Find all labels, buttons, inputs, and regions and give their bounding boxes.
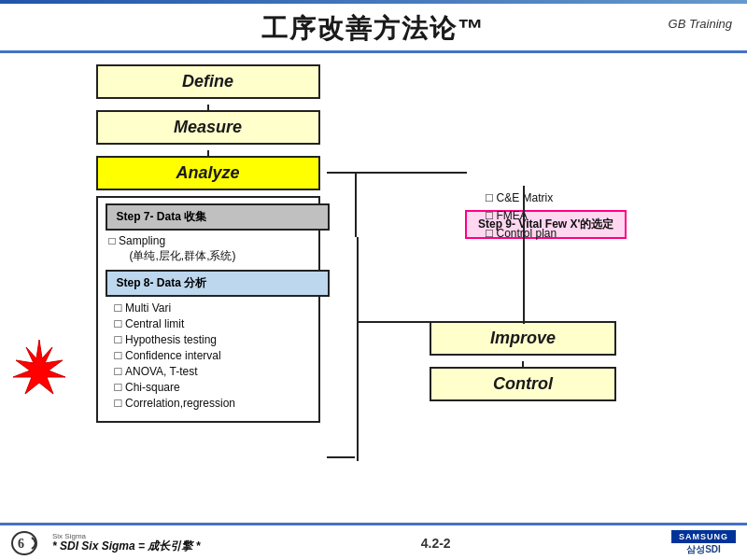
bullet-fmea: FMEA — [486, 208, 557, 222]
improve-wrapper: Improve Control — [430, 321, 616, 407]
bullet-anova: ANOVA, T-test — [115, 364, 311, 378]
bullet-confidence: Confidence interval — [115, 348, 311, 362]
training-label: GB Training — [669, 17, 732, 31]
right-section: Step 9- Vital Few X'的选定 C&E Matrix FMEA … — [355, 64, 719, 534]
steps-container: Step 7- Data 收集 □ Sampling (单纯,层化,群体,系统)… — [96, 196, 320, 423]
samsung-logo: SAMSUNG 삼성SDI — [671, 530, 736, 556]
main-content: Define Measure Analyze Step 7- Data 收集 — [0, 53, 747, 534]
samsung-text: 삼성SDI — [686, 543, 721, 556]
measure-box: Measure — [96, 110, 320, 145]
samsung-bar: SAMSUNG — [671, 530, 736, 543]
vital-to-improve-horiz — [357, 321, 523, 323]
vert-connector-right-top — [355, 172, 357, 237]
sampling-header: □ Sampling — [109, 234, 311, 247]
bullet-control-plan: Control plan — [486, 226, 557, 240]
vital-bullets-wrapper: C&E Matrix FMEA Control plan — [476, 190, 557, 249]
control-label: Control — [493, 374, 553, 393]
step7-label: Step 7- Data 收集 — [117, 210, 207, 223]
bullet-hypothesis: Hypothesis testing — [115, 332, 311, 346]
bullet-correlation: Correlation,regression — [115, 396, 311, 410]
step8-box: Step 8- Data 分析 — [106, 270, 330, 297]
analyze-box: Analyze — [96, 156, 320, 190]
step7-box: Step 7- Data 收集 — [106, 203, 330, 231]
vital-to-improve-vert — [523, 186, 525, 324]
step8-bullets: Multi Vari Central limit Hypothesis test… — [106, 301, 311, 410]
footer: 6 Six Sigma * SDI Six Sigma = 成长引擎 * 4.2… — [0, 523, 747, 560]
define-box: Define — [96, 64, 320, 99]
left-section: Define Measure Analyze Step 7- Data 收集 — [9, 64, 355, 534]
horiz-connector-to-vital — [355, 172, 467, 174]
analyze-label: Analyze — [176, 163, 239, 182]
control-box: Control — [430, 367, 616, 401]
horiz-connector-bottom — [327, 456, 355, 458]
vert-connector-left-bottom — [357, 321, 359, 461]
measure-label: Measure — [174, 118, 242, 136]
bullet-multivari: Multi Vari — [115, 301, 311, 315]
define-label: Define — [182, 72, 233, 91]
footer-tagline: * SDI Six Sigma = 成长引擎 * — [52, 540, 200, 553]
svg-text:6: 6 — [18, 537, 24, 551]
footer-page: 4.2-2 — [421, 536, 451, 551]
improve-box: Improve — [430, 321, 616, 356]
footer-left: 6 Six Sigma * SDI Six Sigma = 成长引擎 * — [11, 530, 200, 556]
improve-label: Improve — [490, 329, 556, 347]
starburst-icon — [11, 340, 67, 396]
six-sigma-text: Six Sigma * SDI Six Sigma = 成长引擎 * — [52, 533, 200, 553]
bullet-central-limit: Central limit — [115, 316, 311, 330]
vital-bullets: C&E Matrix FMEA Control plan — [476, 190, 557, 240]
sampling-detail: (单纯,层化,群体,系统) — [109, 247, 311, 264]
svg-marker-0 — [13, 340, 65, 394]
svg-point-1 — [12, 532, 36, 554]
bullet-chi: Chi-square — [115, 380, 311, 394]
bullet-cae: C&E Matrix — [486, 190, 557, 204]
left-content: Define Measure Analyze Step 7- Data 收集 — [61, 64, 355, 423]
starburst-decoration — [11, 340, 67, 399]
page-title: 工序改善方法论™ — [261, 14, 486, 43]
six-sigma-logo: 6 — [11, 530, 45, 556]
vert-connector-left-mid — [357, 237, 359, 321]
horiz-connector-top — [327, 172, 355, 174]
step8-label: Step 8- Data 分析 — [117, 276, 207, 289]
sampling-section: □ Sampling (单纯,层化,群体,系统) — [106, 234, 311, 264]
header: 工序改善方法论™ GB Training — [0, 4, 747, 53]
